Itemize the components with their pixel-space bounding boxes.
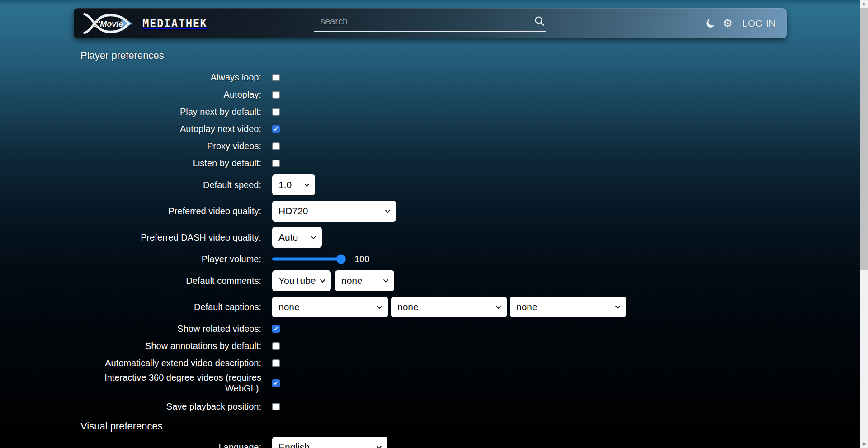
- search-button[interactable]: [534, 16, 546, 28]
- always-loop-checkbox[interactable]: ✓: [272, 74, 280, 81]
- autoplay-checkbox[interactable]: ✓: [272, 91, 280, 99]
- extend-description-checkbox[interactable]: ✓: [272, 359, 280, 367]
- pref-row-related: Show related videos: ✓: [80, 320, 777, 337]
- player-preferences-title: Player preferences: [80, 50, 777, 64]
- pref-row-autoplay-next: Autoplay next video: ✓: [80, 120, 777, 137]
- listen-checkbox[interactable]: ✓: [272, 160, 280, 167]
- login-link[interactable]: LOG IN: [742, 18, 776, 29]
- slider-thumb[interactable]: [336, 255, 346, 264]
- chevron-down-icon: [495, 305, 501, 309]
- captions-lang-1-select[interactable]: none: [272, 297, 388, 317]
- pref-row-captions: Default captions: none none none: [80, 294, 777, 320]
- gear-icon: ⚙: [722, 18, 732, 29]
- check-icon: ✓: [274, 380, 278, 386]
- search-input[interactable]: [314, 14, 534, 29]
- play-next-label: Play next by default:: [80, 106, 261, 117]
- svg-text:C'Movie: C'Movie: [92, 19, 123, 28]
- preferences-form: Player preferences Always loop: ✓ Autopl…: [80, 45, 777, 448]
- autoplay-next-checkbox[interactable]: ✓: [272, 125, 280, 133]
- autoplay-label: Autoplay:: [80, 89, 261, 100]
- dark-mode-toggle[interactable]: [705, 18, 716, 28]
- proxy-videos-label: Proxy videos:: [80, 141, 261, 151]
- save-position-label: Save playback position:: [80, 401, 261, 412]
- pref-row-comments: Default comments: YouTube none: [80, 268, 777, 294]
- listen-label: Listen by default:: [80, 158, 261, 169]
- pref-row-volume: Player volume: 100: [80, 250, 777, 268]
- default-speed-select[interactable]: 1.0: [272, 174, 315, 195]
- language-select[interactable]: English: [272, 437, 387, 448]
- player-volume-label: Player volume:: [80, 254, 261, 264]
- vr360-checkbox[interactable]: ✓: [272, 379, 280, 387]
- navbar: C'Movie MEDIATHEK ⚙ LOG IN: [74, 8, 787, 38]
- comments-source-1-select[interactable]: YouTube: [272, 270, 331, 291]
- related-videos-checkbox[interactable]: ✓: [272, 325, 280, 333]
- check-icon: ✓: [274, 326, 278, 332]
- dash-quality-select[interactable]: Auto: [272, 227, 322, 248]
- search-icon: [534, 16, 545, 26]
- arrow-up-icon: [862, 3, 866, 5]
- related-videos-label: Show related videos:: [80, 323, 261, 334]
- arrow-down-icon: [862, 443, 866, 446]
- pref-row-play-next: Play next by default: ✓: [80, 103, 777, 120]
- vr360-label: Interactive 360 degree videos (requires …: [80, 372, 261, 394]
- default-captions-label: Default captions:: [80, 302, 261, 312]
- check-icon: ✓: [274, 126, 278, 132]
- pref-row-autoplay: Autoplay: ✓: [80, 86, 777, 103]
- default-speed-label: Default speed:: [80, 179, 261, 190]
- chevron-down-icon: [615, 305, 621, 309]
- video-quality-select[interactable]: HD720: [272, 201, 396, 222]
- preferences-page: C'Movie MEDIATHEK ⚙ LOG IN: [0, 0, 868, 448]
- pref-row-proxy-videos: Proxy videos: ✓: [80, 137, 777, 155]
- search-bar: [314, 13, 546, 32]
- preferences-button[interactable]: ⚙: [722, 18, 732, 29]
- default-comments-label: Default comments:: [80, 275, 261, 286]
- slider-track: [272, 258, 344, 261]
- pref-row-dash-quality: Preferred DASH video quality: Auto: [80, 224, 777, 250]
- annotations-label: Show annotations by default:: [80, 340, 261, 351]
- fish-logo-icon: C'Movie: [83, 12, 134, 35]
- chevron-down-icon: [377, 305, 382, 309]
- brand-home-link[interactable]: C'Movie MEDIATHEK: [83, 12, 208, 35]
- vertical-scrollbar[interactable]: [860, 0, 868, 448]
- visual-preferences-title: Visual preferences: [80, 420, 777, 434]
- play-next-checkbox[interactable]: ✓: [272, 108, 280, 116]
- chevron-down-icon: [320, 279, 326, 283]
- moon-icon: [705, 18, 716, 28]
- video-quality-label: Preferred video quality:: [80, 206, 261, 217]
- pref-row-vr360: Interactive 360 degree videos (requires …: [80, 372, 777, 394]
- brand-title: MEDIATHEK: [142, 17, 208, 30]
- pref-row-annotations: Show annotations by default: ✓: [80, 337, 777, 354]
- chevron-down-icon: [376, 445, 382, 448]
- language-label: Language:: [80, 442, 261, 448]
- scroll-down-button[interactable]: [860, 440, 868, 448]
- player-volume-slider[interactable]: [272, 255, 344, 264]
- dash-quality-label: Preferred DASH video quality:: [80, 232, 261, 243]
- save-position-checkbox[interactable]: ✓: [272, 403, 280, 410]
- pref-row-extend-desc: Automatically extend video description: …: [80, 354, 777, 372]
- captions-lang-2-select[interactable]: none: [391, 297, 507, 317]
- player-volume-value: 100: [354, 254, 369, 264]
- scrollbar-thumb[interactable]: [860, 8, 868, 270]
- chevron-down-icon: [311, 236, 316, 240]
- chevron-down-icon: [304, 183, 310, 187]
- pref-row-default-speed: Default speed: 1.0: [80, 172, 777, 198]
- pref-row-video-quality: Preferred video quality: HD720: [80, 198, 777, 224]
- navbar-actions: ⚙ LOG IN: [705, 18, 778, 29]
- chevron-down-icon: [383, 279, 389, 283]
- autoplay-next-label: Autoplay next video:: [80, 123, 261, 134]
- captions-lang-3-select[interactable]: none: [510, 297, 626, 317]
- extend-description-label: Automatically extend video description:: [80, 358, 261, 368]
- annotations-checkbox[interactable]: ✓: [272, 342, 280, 350]
- pref-row-save-position: Save playback position: ✓: [80, 398, 777, 415]
- comments-source-2-select[interactable]: none: [335, 270, 394, 291]
- pref-row-language: Language: English: [80, 434, 777, 448]
- always-loop-label: Always loop:: [80, 72, 261, 83]
- chevron-down-icon: [385, 209, 391, 213]
- pref-row-listen: Listen by default: ✓: [80, 155, 777, 172]
- pref-row-always-loop: Always loop: ✓: [80, 69, 777, 86]
- proxy-videos-checkbox[interactable]: ✓: [272, 142, 280, 150]
- scroll-up-button[interactable]: [860, 0, 868, 8]
